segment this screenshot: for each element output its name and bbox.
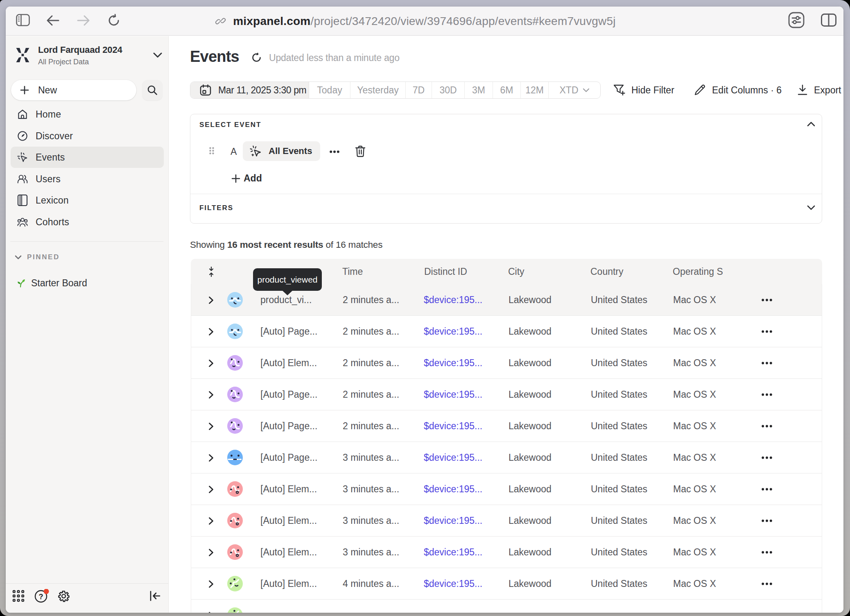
svg-text:?: ? [39, 593, 43, 601]
